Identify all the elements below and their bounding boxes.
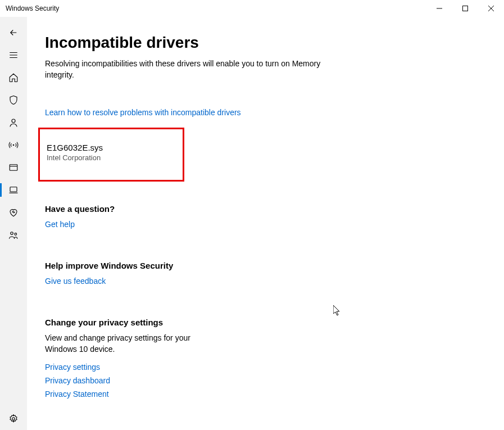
shield-icon bbox=[8, 95, 19, 105]
nav-device-security[interactable] bbox=[0, 179, 27, 201]
page-title: Incompatible drivers bbox=[45, 34, 504, 52]
app-icon bbox=[8, 162, 19, 173]
minimize-icon bbox=[437, 6, 442, 11]
feedback-link[interactable]: Give us feedback bbox=[45, 277, 106, 286]
nav-health[interactable] bbox=[0, 201, 27, 224]
family-icon bbox=[8, 230, 19, 240]
svg-rect-3 bbox=[10, 165, 17, 171]
privacy-description: View and change privacy settings for you… bbox=[45, 333, 214, 355]
nav-home[interactable] bbox=[0, 66, 27, 89]
nav-firewall[interactable] bbox=[0, 134, 27, 156]
close-icon bbox=[488, 6, 494, 11]
driver-filename: E1G6032E.sys bbox=[47, 143, 171, 152]
minimize-button[interactable] bbox=[426, 0, 452, 17]
svg-point-7 bbox=[12, 418, 15, 420]
heart-icon bbox=[8, 207, 19, 218]
svg-point-6 bbox=[15, 233, 17, 236]
svg-point-5 bbox=[11, 232, 13, 235]
learn-link[interactable]: Learn how to resolve problems with incom… bbox=[45, 108, 241, 117]
menu-button[interactable] bbox=[0, 44, 27, 66]
nav-account[interactable] bbox=[0, 111, 27, 134]
nav-settings[interactable] bbox=[0, 408, 27, 430]
laptop-icon bbox=[8, 185, 19, 195]
improve-section: Help improve Windows Security Give us fe… bbox=[45, 261, 504, 286]
home-icon bbox=[8, 73, 19, 83]
svg-point-1 bbox=[12, 119, 15, 123]
question-section: Have a question? Get help bbox=[45, 204, 504, 229]
svg-rect-4 bbox=[10, 187, 17, 192]
privacy-title: Change your privacy settings bbox=[45, 318, 504, 327]
person-icon bbox=[8, 117, 19, 128]
privacy-section: Change your privacy settings View and ch… bbox=[45, 318, 504, 399]
titlebar: Windows Security bbox=[0, 0, 504, 17]
gear-icon bbox=[8, 414, 19, 424]
maximize-button[interactable] bbox=[452, 0, 478, 17]
privacy-dashboard-link[interactable]: Privacy dashboard bbox=[45, 376, 504, 385]
svg-rect-0 bbox=[463, 6, 468, 11]
privacy-statement-link[interactable]: Privacy Statement bbox=[45, 390, 504, 399]
maximize-icon bbox=[462, 6, 468, 11]
network-icon bbox=[8, 140, 19, 150]
sidebar bbox=[0, 17, 27, 430]
arrow-left-icon bbox=[8, 28, 19, 38]
incompatible-driver-item[interactable]: E1G6032E.sys Intel Corporation bbox=[38, 128, 184, 182]
window-controls bbox=[426, 0, 504, 17]
svg-point-2 bbox=[13, 144, 14, 146]
improve-title: Help improve Windows Security bbox=[45, 261, 504, 270]
get-help-link[interactable]: Get help bbox=[45, 220, 75, 229]
hamburger-icon bbox=[8, 50, 19, 60]
nav-app-browser[interactable] bbox=[0, 156, 27, 179]
question-title: Have a question? bbox=[45, 204, 504, 214]
driver-vendor: Intel Corporation bbox=[47, 153, 171, 162]
main-content: Incompatible drivers Resolving incompati… bbox=[27, 17, 504, 430]
privacy-links: Privacy settings Privacy dashboard Priva… bbox=[45, 363, 504, 399]
nav-virus[interactable] bbox=[0, 89, 27, 111]
window-title: Windows Security bbox=[6, 4, 59, 12]
privacy-settings-link[interactable]: Privacy settings bbox=[45, 363, 504, 372]
page-description: Resolving incompatibilities with these d… bbox=[45, 58, 326, 80]
nav-family[interactable] bbox=[0, 224, 27, 246]
back-button[interactable] bbox=[0, 21, 27, 44]
close-button[interactable] bbox=[478, 0, 504, 17]
